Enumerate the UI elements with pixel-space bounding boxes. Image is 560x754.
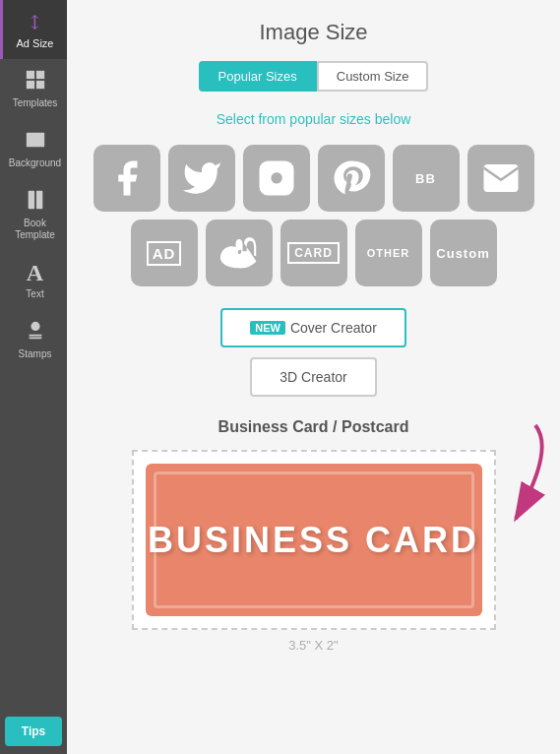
new-badge: NEW [250, 321, 285, 335]
dashed-border-frame: BUSINESS CARD [132, 450, 496, 630]
sidebar-ad-size-label: Ad Size [17, 37, 54, 49]
stamps-icon [25, 320, 46, 345]
icon-btn-bookbub[interactable]: BB [393, 145, 460, 212]
custom-label: Custom [436, 246, 489, 261]
ad-label: AD [147, 241, 182, 266]
svg-point-5 [30, 136, 33, 140]
icon-btn-custom[interactable]: Custom [430, 220, 497, 286]
icon-btn-ad[interactable]: AD [131, 220, 198, 286]
sidebar-stamps-label: Stamps [19, 348, 52, 360]
icon-btn-other[interactable]: OTHER [355, 220, 422, 286]
tab-custom-size[interactable]: Custom Size [317, 61, 429, 92]
icon-btn-pinterest[interactable] [318, 145, 385, 212]
sidebar: ⤢ Ad Size Templates Background BookTempl… [0, 0, 67, 754]
sidebar-item-text[interactable]: A Text [0, 251, 67, 310]
icon-btn-twitter[interactable] [168, 145, 235, 212]
icon-btn-amazon[interactable] [206, 220, 273, 286]
sidebar-item-stamps[interactable]: Stamps [0, 310, 67, 370]
select-subtitle: Select from popular sizes below [92, 111, 535, 127]
sidebar-text-label: Text [26, 288, 43, 300]
business-card-title: Business Card / Postcard [92, 418, 535, 436]
text-icon: A [27, 261, 43, 284]
sidebar-item-ad-size[interactable]: ⤢ Ad Size [0, 0, 67, 59]
icon-btn-email[interactable] [467, 145, 534, 212]
business-card-preview[interactable]: BUSINESS CARD [146, 464, 482, 616]
tips-label: Tips [22, 724, 45, 738]
sidebar-item-book-template[interactable]: BookTemplate [0, 179, 67, 251]
svg-rect-3 [35, 81, 43, 89]
templates-icon [25, 69, 46, 94]
icon-btn-instagram[interactable] [243, 145, 310, 212]
action-buttons: NEW Cover Creator 3D Creator [92, 308, 535, 397]
sidebar-item-templates[interactable]: Templates [0, 59, 67, 119]
business-card-container: BUSINESS CARD 3.5" X 2" [92, 450, 535, 653]
sidebar-item-background[interactable]: Background [0, 119, 67, 179]
sidebar-background-label: Background [9, 157, 61, 169]
svg-rect-7 [35, 191, 41, 209]
bookbub-label: BB [415, 171, 436, 186]
3d-creator-button[interactable]: 3D Creator [250, 357, 376, 397]
card-label: CARD [287, 242, 340, 264]
page-title: Image Size [92, 20, 535, 45]
tabs-row: Popular Sizes Custom Size [92, 61, 535, 92]
resize-icon: ⤢ [21, 8, 49, 36]
svg-rect-6 [28, 191, 33, 209]
icon-grid: BB AD CARD OTHER Custom [92, 145, 535, 286]
svg-rect-2 [26, 81, 33, 89]
sidebar-item-tips[interactable]: Tips [5, 717, 62, 746]
card-size-label: 3.5" X 2" [288, 638, 338, 653]
tab-popular-sizes[interactable]: Popular Sizes [199, 61, 317, 92]
sidebar-templates-label: Templates [13, 97, 58, 109]
cover-creator-button[interactable]: NEW Cover Creator [220, 308, 406, 347]
icon-btn-card[interactable]: CARD [280, 220, 347, 286]
icon-btn-facebook[interactable] [93, 145, 160, 212]
background-icon [25, 129, 46, 154]
other-label: OTHER [367, 247, 410, 259]
svg-rect-0 [26, 71, 33, 79]
cover-creator-label: Cover Creator [290, 320, 377, 336]
sidebar-book-template-label: BookTemplate [15, 218, 55, 241]
business-card-section: Business Card / Postcard BUSINESS CARD [92, 418, 535, 653]
main-content: Image Size Popular Sizes Custom Size Sel… [67, 0, 560, 754]
business-card-text: BUSINESS CARD [148, 520, 479, 561]
book-template-icon [25, 189, 46, 214]
svg-rect-1 [35, 71, 43, 79]
